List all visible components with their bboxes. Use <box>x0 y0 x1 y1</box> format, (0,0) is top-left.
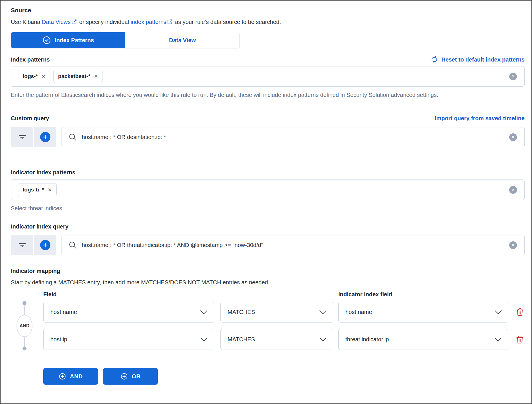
index-patterns-label: Index patterns <box>11 56 50 63</box>
clear-icon[interactable]: ✕ <box>509 241 517 249</box>
plus-icon <box>40 240 50 250</box>
clear-icon[interactable]: ✕ <box>509 73 517 80</box>
indicator-field-select[interactable]: threat.indicator.ip <box>338 329 508 350</box>
indicator-index-query-input[interactable]: host.name : * OR threat.indicator.ip: * … <box>62 235 525 255</box>
data-source-toggle-group: Index Patterns Data View <box>11 32 240 48</box>
external-link-icon <box>71 19 77 26</box>
query-value: host.name : * OR threat.indicator.ip: * … <box>82 242 263 248</box>
add-and-button[interactable]: AND <box>43 368 98 385</box>
connector-dot <box>22 301 26 305</box>
page-title: Source <box>11 6 525 14</box>
filter-icon <box>19 242 26 248</box>
field-column-header: Field <box>43 291 57 298</box>
remove-tag-icon[interactable]: ✕ <box>42 74 46 79</box>
chevron-down-icon <box>494 310 502 314</box>
custom-query-input[interactable]: host.name : * OR desintation.ip: * ✕ <box>62 127 525 147</box>
remove-tag-icon[interactable]: ✕ <box>48 187 52 193</box>
query-addon-group <box>11 235 56 255</box>
trash-icon <box>516 335 524 344</box>
chevron-down-icon <box>200 337 208 342</box>
custom-query-label: Custom query <box>11 115 49 122</box>
indicator-index-patterns-help: Select threat indices <box>11 204 509 213</box>
custom-query-bar: host.name : * OR desintation.ip: * ✕ <box>11 127 525 147</box>
mapping-row: host.ip MATCHES threat.indicator.ip <box>43 329 525 350</box>
operator-select[interactable]: MATCHES <box>220 329 333 350</box>
delete-row-button[interactable] <box>516 335 524 344</box>
check-circle-icon <box>42 36 51 44</box>
plus-icon <box>40 132 50 142</box>
filter-icon <box>19 134 26 140</box>
chevron-down-icon <box>319 337 327 342</box>
trash-icon <box>516 308 524 317</box>
indicator-index-query-label: Indicator index query <box>11 223 525 230</box>
indicator-field-column-header: Indicator index field <box>338 291 392 298</box>
import-query-link[interactable]: Import query from saved timeline <box>435 115 525 122</box>
search-icon <box>69 241 77 249</box>
chevron-down-icon <box>319 310 327 314</box>
index-patterns-link[interactable]: index patterns <box>130 19 166 25</box>
add-filter-button[interactable] <box>33 235 56 255</box>
rule-source-step: Source Use Kibana Data Views or specify … <box>0 0 532 404</box>
index-pattern-tag: logs-* ✕ <box>18 70 50 83</box>
indicator-index-patterns-combobox[interactable]: logs-ti_* ✕ ✕ <box>11 179 525 200</box>
remove-tag-icon[interactable]: ✕ <box>94 74 98 79</box>
connector-dot <box>22 346 26 350</box>
chevron-down-icon <box>494 337 502 342</box>
index-patterns-combobox[interactable]: logs-* ✕ packetbeat-* ✕ ✕ <box>11 66 525 87</box>
toggle-data-view[interactable]: Data View <box>125 32 240 48</box>
refresh-icon <box>431 56 438 63</box>
add-filter-button[interactable] <box>33 127 56 147</box>
search-icon <box>69 133 77 141</box>
external-link-icon <box>167 19 173 26</box>
reset-index-patterns-link[interactable]: Reset to default index patterns <box>431 56 525 63</box>
operator-select[interactable]: MATCHES <box>220 302 333 323</box>
index-patterns-help: Enter the pattern of Elasticsearch indic… <box>11 91 509 99</box>
indicator-field-select[interactable]: host.name <box>338 302 508 323</box>
delete-row-button[interactable] <box>516 308 524 317</box>
chevron-down-icon <box>200 310 208 314</box>
indicator-mapping-label: Indicator mapping <box>11 267 525 275</box>
clear-icon[interactable]: ✕ <box>509 133 517 141</box>
source-description: Use Kibana Data Views or specify individ… <box>11 18 525 26</box>
indicator-index-patterns-label: Indicator index patterns <box>11 169 525 176</box>
query-addon-group <box>11 127 56 147</box>
plus-circle-icon <box>59 373 66 380</box>
indicator-index-pattern-tag: logs-ti_* ✕ <box>18 183 57 196</box>
indicator-mapping-rows: AND host.name MATCHES host.name host.ip <box>11 302 525 350</box>
field-select[interactable]: host.name <box>43 302 214 323</box>
field-select[interactable]: host.ip <box>43 329 214 350</box>
data-views-link[interactable]: Data Views <box>42 19 71 25</box>
and-connector-badge: AND <box>17 315 32 337</box>
clear-icon[interactable]: ✕ <box>509 186 517 194</box>
plus-circle-icon <box>120 373 128 380</box>
index-pattern-tag: packetbeat-* ✕ <box>53 70 103 83</box>
mapping-row: host.name MATCHES host.name <box>43 302 525 323</box>
toggle-index-patterns[interactable]: Index Patterns <box>11 32 125 48</box>
indicator-index-query-bar: host.name : * OR threat.indicator.ip: * … <box>11 235 525 255</box>
query-value: host.name : * OR desintation.ip: * <box>82 134 166 140</box>
filter-button[interactable] <box>11 235 33 255</box>
filter-button[interactable] <box>11 127 33 147</box>
add-or-button[interactable]: OR <box>103 368 158 385</box>
indicator-mapping-help: Start by defining a MATCHES entry, then … <box>11 278 525 286</box>
